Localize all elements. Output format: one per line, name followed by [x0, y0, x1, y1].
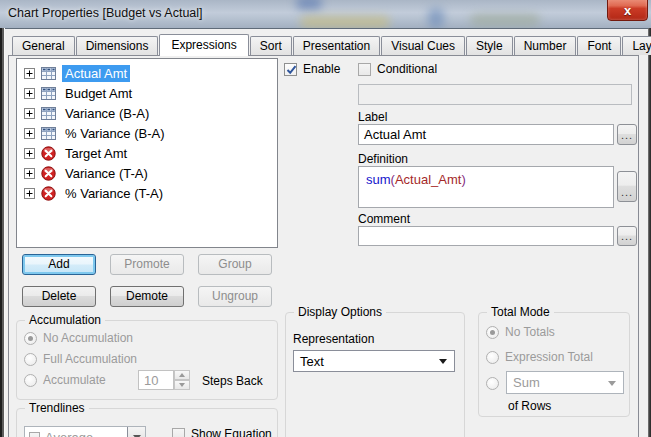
conditional-checkbox-icon[interactable]	[358, 63, 371, 76]
group-button: Group	[198, 254, 272, 275]
definition-field: Actual_Amt	[395, 172, 461, 187]
expression-item-label[interactable]: % Variance (T-A)	[62, 185, 166, 202]
tab-number[interactable]: Number	[514, 36, 577, 55]
expand-plus-icon[interactable]	[24, 68, 35, 79]
expression-total-option: Expression Total	[486, 350, 593, 364]
window-title: Chart Properties [Budget vs Actual]	[8, 6, 203, 20]
tab-style[interactable]: Style	[466, 36, 513, 55]
radio-icon	[24, 353, 37, 366]
display-options-group-title: Display Options	[294, 305, 386, 319]
close-icon: x	[624, 3, 631, 18]
expression-list[interactable]: Actual Amt Budget Amt Variance (B-A) % V…	[16, 58, 278, 248]
definition-function: sum	[366, 172, 391, 187]
expand-plus-icon[interactable]	[24, 168, 35, 179]
sum-combo-value: Sum	[513, 375, 540, 390]
table-icon	[41, 87, 56, 100]
radio-icon	[24, 332, 37, 345]
table-icon	[41, 127, 56, 140]
error-icon	[41, 186, 56, 201]
table-icon	[41, 107, 56, 120]
expression-item-label[interactable]: Variance (T-A)	[62, 165, 151, 182]
full-accumulation-option: Full Accumulation	[24, 352, 137, 366]
title-bar: Chart Properties [Budget vs Actual]	[0, 0, 651, 29]
representation-value: Text	[300, 354, 324, 369]
expression-row[interactable]: % Variance (T-A)	[17, 183, 277, 203]
conditional-option[interactable]: Conditional	[358, 62, 437, 76]
show-equation-option: Show Equation	[172, 427, 272, 437]
error-icon	[41, 146, 56, 161]
ungroup-button: Ungroup	[198, 286, 272, 307]
accumulation-group-title: Accumulation	[25, 313, 105, 327]
combo-dropdown-icon	[439, 359, 447, 364]
expand-plus-icon[interactable]	[24, 148, 35, 159]
tab-sort[interactable]: Sort	[250, 36, 292, 55]
tab-dimensions[interactable]: Dimensions	[76, 36, 159, 55]
enable-checkbox-icon[interactable]	[284, 63, 297, 76]
spinner-down-icon	[174, 380, 190, 390]
expression-item-label[interactable]: Variance (B-A)	[62, 105, 152, 122]
expression-row[interactable]: Budget Amt	[17, 83, 277, 103]
expand-plus-icon[interactable]	[24, 108, 35, 119]
promote-button: Promote	[110, 254, 184, 275]
add-button[interactable]: Add	[22, 254, 96, 275]
no-accumulation-option: No Accumulation	[24, 331, 133, 345]
of-rows-label: of Rows	[508, 399, 551, 413]
tab-strip: General Dimensions Expressions Sort Pres…	[12, 33, 651, 55]
representation-combo[interactable]: Text	[293, 350, 455, 372]
radio-icon	[486, 377, 499, 390]
demote-button[interactable]: Demote	[110, 286, 184, 307]
tab-layout[interactable]: Layout	[622, 36, 651, 55]
label-ellipsis-button[interactable]: ...	[617, 124, 637, 145]
comment-input[interactable]	[358, 226, 614, 246]
glass-blur-decoration	[428, 8, 444, 28]
expression-row[interactable]: Actual Amt	[17, 63, 277, 83]
radio-icon	[486, 326, 499, 339]
expression-item-label[interactable]: % Variance (B-A)	[62, 125, 167, 142]
tab-visual-cues[interactable]: Visual Cues	[381, 36, 465, 55]
tab-general[interactable]: General	[12, 36, 75, 55]
tab-presentation[interactable]: Presentation	[293, 36, 380, 55]
definition-ellipsis-button[interactable]: ...	[617, 171, 637, 202]
trendline-combo-label: Average	[45, 430, 93, 437]
tab-font[interactable]: Font	[577, 36, 621, 55]
show-equation-checkbox-icon	[172, 428, 185, 437]
expression-row[interactable]: % Variance (B-A)	[17, 123, 277, 143]
label-input[interactable]: Actual Amt	[358, 124, 614, 145]
glass-blur-decoration	[470, 14, 540, 26]
representation-caption: Representation	[293, 332, 374, 346]
tab-expressions[interactable]: Expressions	[159, 34, 248, 56]
trendline-checkbox-icon	[29, 432, 40, 437]
combo-dropdown-icon	[608, 381, 616, 386]
definition-caption: Definition	[358, 152, 408, 166]
label-caption: Label	[358, 110, 387, 124]
window-frame-left	[0, 28, 5, 437]
expression-item-label[interactable]: Actual Amt	[62, 65, 130, 82]
steps-back-value: 10	[138, 370, 174, 390]
comment-ellipsis-button[interactable]: ...	[617, 226, 637, 246]
expression-row[interactable]: Target Amt	[17, 143, 277, 163]
delete-button[interactable]: Delete	[22, 286, 96, 307]
glass-blur-decoration	[296, 0, 322, 10]
expression-item-label[interactable]: Budget Amt	[62, 85, 135, 102]
steps-back-spinner: 10	[138, 370, 190, 390]
glass-blur-decoration	[300, 16, 390, 28]
expression-row[interactable]: Variance (T-A)	[17, 163, 277, 183]
enable-option[interactable]: Enable	[284, 62, 340, 76]
expand-plus-icon[interactable]	[24, 188, 35, 199]
radio-icon	[24, 374, 37, 387]
total-mode-group-title: Total Mode	[487, 305, 554, 319]
no-totals-option: No Totals	[486, 325, 555, 339]
close-button[interactable]: x	[607, 0, 648, 21]
display-options-group: Display Options	[285, 312, 465, 437]
chart-properties-dialog: Chart Properties [Budget vs Actual] x Ge…	[0, 0, 651, 437]
definition-input[interactable]: sum(Actual_Amt)	[358, 166, 614, 208]
accumulate-option: Accumulate	[24, 373, 106, 387]
expand-plus-icon[interactable]	[24, 88, 35, 99]
expand-plus-icon[interactable]	[24, 128, 35, 139]
aggregation-total-option	[486, 377, 499, 390]
spinner-up-icon	[174, 370, 190, 380]
trendline-type-combo: Average	[24, 426, 146, 437]
expression-row[interactable]: Variance (B-A)	[17, 103, 277, 123]
radio-icon	[486, 351, 499, 364]
expression-item-label[interactable]: Target Amt	[62, 145, 130, 162]
